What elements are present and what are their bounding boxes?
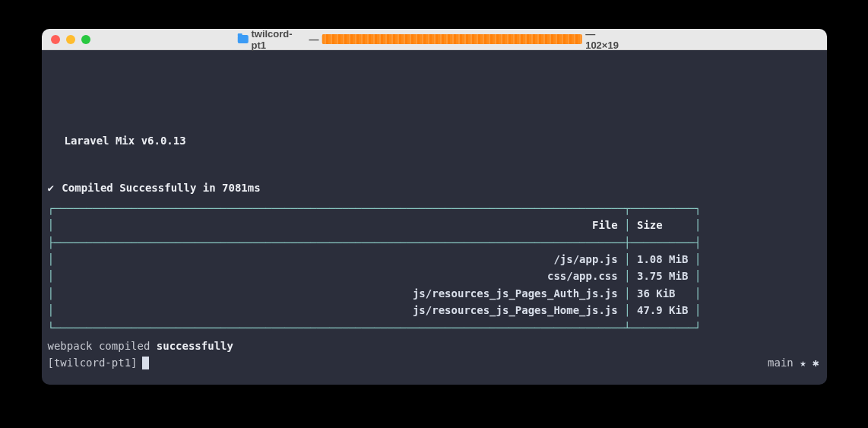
webpack-status: successfully	[157, 340, 233, 352]
cursor[interactable]	[142, 357, 149, 369]
prompt-left: [twilcord-pt1]	[48, 354, 149, 371]
title-folder: twilcord-pt1	[251, 29, 306, 51]
output-table: ┌───────────────────────────────────────…	[48, 200, 821, 336]
blank-area	[48, 56, 821, 132]
window-title: twilcord-pt1 — — 102×19	[238, 29, 631, 51]
compiled-text: Compiled Successfully in 7081ms	[62, 182, 260, 194]
maximize-icon[interactable]	[81, 35, 90, 44]
git-branch: main	[768, 357, 794, 369]
checkmark-icon: ✔	[48, 182, 61, 194]
terminal-window: twilcord-pt1 — — 102×19 Laravel Mix v6.0…	[42, 29, 827, 385]
compiled-status-line: ✔ Compiled Successfully in 7081ms	[48, 179, 821, 196]
redacted-path	[322, 34, 583, 44]
folder-icon	[238, 35, 249, 43]
traffic-lights	[42, 35, 90, 44]
title-dims: — 102×19	[585, 29, 630, 51]
terminal-body[interactable]: Laravel Mix v6.0.13 ✔ Compiled Successfu…	[42, 50, 827, 385]
window-titlebar[interactable]: twilcord-pt1 — — 102×19	[42, 29, 827, 50]
title-sep-1: —	[309, 33, 319, 45]
minimize-icon[interactable]	[66, 35, 75, 44]
prompt-line: [twilcord-pt1] main ★ ✱	[48, 354, 821, 371]
git-status-symbols: ★ ✱	[794, 357, 819, 369]
webpack-status-line: webpack compiled successfully	[48, 338, 821, 354]
mix-version-header: Laravel Mix v6.0.13	[48, 132, 821, 149]
prompt-right: main ★ ✱	[768, 354, 820, 371]
webpack-prefix: webpack compiled	[48, 340, 157, 352]
close-icon[interactable]	[51, 35, 60, 44]
prompt-text: [twilcord-pt1]	[48, 354, 138, 371]
